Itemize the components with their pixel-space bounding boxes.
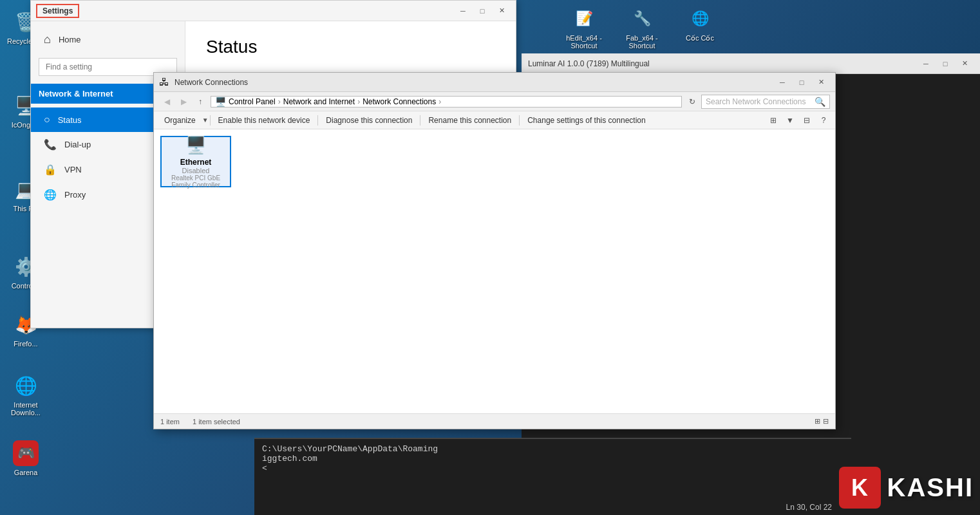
search-placeholder-text: Search Network Connections bbox=[706, 97, 806, 106]
vpn-nav-label: VPN bbox=[64, 165, 82, 174]
diagnose-connection-button[interactable]: Diagnose this connection bbox=[319, 111, 419, 129]
view-large-icon-button[interactable]: ⊟ bbox=[799, 113, 815, 127]
ethernet-hardware: Realtek PCI GbE Family Controller bbox=[167, 174, 225, 189]
netconn-close-button[interactable]: ✕ bbox=[812, 75, 830, 89]
kashi-text: KASHI bbox=[887, 473, 974, 502]
netconn-titlebar-icon: 🖧 bbox=[159, 77, 169, 88]
rename-connection-button[interactable]: Rename this connection bbox=[422, 111, 518, 129]
internet-icon: 🌐 bbox=[13, 373, 39, 398]
breadcrumb-network-internet[interactable]: Network and Internet bbox=[283, 97, 355, 106]
netconn-toolbar: ◀ ▶ ↑ 🖥️ Control Panel › Network and Int… bbox=[154, 92, 835, 111]
view-details-button[interactable]: ⊞ bbox=[766, 113, 781, 127]
kashi-k-badge: K bbox=[839, 467, 881, 509]
netconn-window: 🖧 Network Connections ─ □ ✕ ◀ ▶ ↑ 🖥️ Con… bbox=[153, 72, 836, 429]
internet-label: Internet Downlo... bbox=[6, 401, 46, 417]
breadcrumb-sep-3: › bbox=[438, 97, 441, 106]
nav-up-button[interactable]: ↑ bbox=[193, 95, 208, 109]
luminar-win-controls: ─ □ ✕ bbox=[917, 57, 974, 71]
settings-title-left: Settings bbox=[36, 4, 79, 18]
settings-page-title: Status bbox=[206, 37, 495, 57]
settings-title: Settings bbox=[36, 4, 79, 18]
view-dropdown-button[interactable]: ▼ bbox=[782, 113, 798, 127]
hedit-icon: 📝 bbox=[571, 6, 597, 32]
garena-label: Garena bbox=[14, 469, 38, 476]
ethernet-item[interactable]: 🖥️ Ethernet Disabled Realtek PCI GbE Fam… bbox=[160, 136, 231, 187]
settings-maximize-button[interactable]: □ bbox=[473, 4, 491, 18]
kashi-logo: K KASHI bbox=[839, 467, 974, 509]
breadcrumb-control-panel[interactable]: Control Panel bbox=[229, 97, 276, 106]
netconn-title-text: Network Connections bbox=[174, 78, 248, 87]
garena-icon: 🎮 bbox=[13, 440, 39, 466]
dialup-nav-icon: 📞 bbox=[44, 138, 57, 151]
desktop: 🗑️ Recycle Bin 🖥️ IcOngu... 💻 This P... … bbox=[0, 0, 980, 515]
status-nav-icon: ○ bbox=[44, 114, 50, 126]
vpn-nav-icon: 🔒 bbox=[44, 164, 57, 176]
breadcrumb-sep-2: › bbox=[357, 97, 360, 106]
breadcrumb-sep-1: › bbox=[278, 97, 281, 106]
fab-icon: 🔧 bbox=[629, 6, 655, 32]
ethernet-icon: 🖥️ bbox=[185, 135, 206, 155]
action-separator-3 bbox=[420, 115, 420, 126]
enable-network-device-button[interactable]: Enable this network device bbox=[212, 111, 317, 129]
view-buttons: ⊞ ▼ ⊟ ? bbox=[766, 113, 831, 127]
netconn-titlebar: 🖧 Network Connections ─ □ ✕ bbox=[154, 73, 835, 92]
settings-close-button[interactable]: ✕ bbox=[493, 4, 511, 18]
netconn-maximize-button[interactable]: □ bbox=[793, 75, 811, 89]
nav-forward-button[interactable]: ▶ bbox=[176, 95, 191, 109]
settings-home-item[interactable]: ⌂ Home bbox=[31, 26, 185, 53]
coccoc-icon: 🌐 bbox=[687, 6, 713, 32]
proxy-nav-label: Proxy bbox=[64, 190, 86, 200]
netconn-title-left: 🖧 Network Connections bbox=[159, 77, 248, 88]
line-number-status: Ln 30, Col 22 bbox=[786, 503, 832, 512]
dialup-nav-label: Dial-up bbox=[64, 140, 91, 149]
terminal-window: C:\Users\YourPCName\AppData\Roaming iggt… bbox=[254, 438, 851, 515]
change-settings-button[interactable]: Change settings of this connection bbox=[521, 111, 652, 129]
luminar-maximize-button[interactable]: □ bbox=[936, 57, 954, 71]
settings-titlebar: Settings ─ □ ✕ bbox=[31, 1, 516, 21]
settings-home-label: Home bbox=[59, 35, 81, 44]
terminal-domain: iggtech.com bbox=[262, 454, 843, 464]
help-button[interactable]: ? bbox=[816, 113, 831, 127]
netconn-actions-bar: Organize ▼ Enable this network device Di… bbox=[154, 111, 835, 129]
breadcrumb-bar: 🖥️ Control Panel › Network and Internet … bbox=[211, 96, 682, 108]
fab-label: Fab_x64 - Shortcut bbox=[622, 34, 662, 50]
breadcrumb-network-connections[interactable]: Network Connections bbox=[363, 97, 436, 106]
desktop-icon-garena[interactable]: 🎮 Garena bbox=[3, 438, 48, 479]
ethernet-name: Ethernet bbox=[180, 158, 212, 167]
luminar-minimize-button[interactable]: ─ bbox=[917, 57, 935, 71]
search-icon[interactable]: 🔍 bbox=[815, 97, 825, 107]
luminar-titlebar: Luminar AI 1.0.0 (7189) Multilingual ─ □… bbox=[522, 53, 980, 74]
netconn-win-controls: ─ □ ✕ bbox=[773, 75, 830, 89]
nav-back-button[interactable]: ◀ bbox=[159, 95, 174, 109]
organize-button[interactable]: Organize bbox=[158, 111, 202, 129]
luminar-close-button[interactable]: ✕ bbox=[956, 57, 974, 71]
items-selected: 1 item selected bbox=[193, 418, 240, 426]
desktop-icon-fab[interactable]: 🔧 Fab_x64 - Shortcut bbox=[619, 3, 664, 52]
action-separator-1 bbox=[210, 115, 211, 126]
settings-minimize-button[interactable]: ─ bbox=[454, 4, 472, 18]
netconn-body: 🖥️ Ethernet Disabled Realtek PCI GbE Fam… bbox=[154, 129, 835, 413]
statusbar-icons: ⊞ ⊟ bbox=[815, 417, 829, 426]
view-icon-2[interactable]: ⊟ bbox=[823, 417, 829, 426]
netconn-statusbar: 1 item 1 item selected ⊞ ⊟ bbox=[154, 413, 835, 429]
settings-win-controls: ─ □ ✕ bbox=[454, 4, 511, 18]
desktop-icon-coccoc[interactable]: 🌐 Cốc Cốc bbox=[677, 3, 722, 45]
luminar-title: Luminar AI 1.0.0 (7189) Multilingual bbox=[528, 59, 650, 68]
items-count: 1 item bbox=[160, 418, 180, 426]
ethernet-status: Disabled bbox=[182, 167, 210, 174]
desktop-icon-internet[interactable]: 🌐 Internet Downlo... bbox=[3, 370, 48, 419]
netconn-minimize-button[interactable]: ─ bbox=[773, 75, 791, 89]
organize-dropdown-icon[interactable]: ▼ bbox=[202, 117, 209, 124]
status-nav-label: Status bbox=[58, 115, 82, 125]
home-icon: ⌂ bbox=[44, 33, 51, 46]
refresh-button[interactable]: ↻ bbox=[684, 95, 700, 109]
terminal-path: C:\Users\YourPCName\AppData\Roaming bbox=[262, 444, 843, 454]
desktop-icon-hedit[interactable]: 📝 hEdit_x64 - Shortcut bbox=[561, 3, 607, 52]
breadcrumb-icon: 🖥️ bbox=[215, 97, 226, 107]
firefox-label: Firefo... bbox=[14, 340, 37, 348]
coccoc-label: Cốc Cốc bbox=[686, 34, 714, 42]
view-icon-1[interactable]: ⊞ bbox=[815, 417, 820, 426]
hedit-label: hEdit_x64 - Shortcut bbox=[564, 34, 604, 50]
netconn-search-bar: Search Network Connections 🔍 bbox=[701, 95, 830, 109]
action-separator-2 bbox=[317, 115, 318, 126]
